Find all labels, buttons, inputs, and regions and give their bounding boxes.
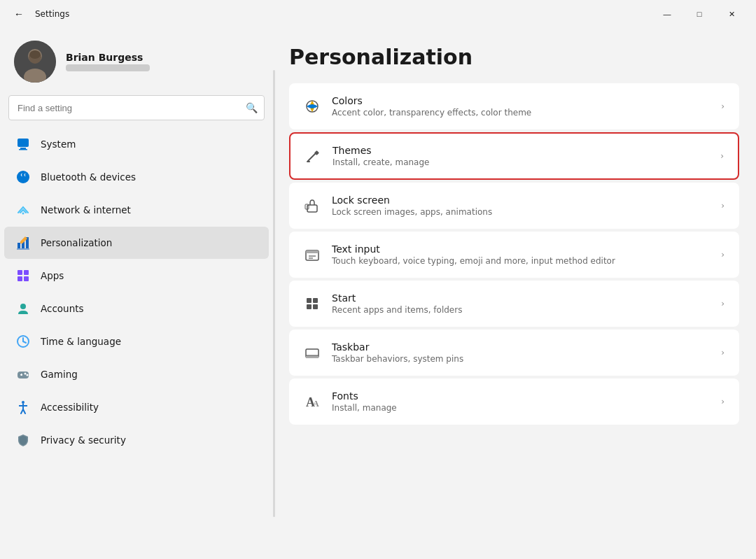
settings-item-textinput[interactable]: Text input Touch keyboard, voice typing,… [289, 232, 739, 278]
settings-item-taskbar[interactable]: Taskbar Taskbar behaviors, system pins › [289, 330, 739, 376]
taskbar-icon [304, 344, 321, 361]
sidebar-item-network[interactable]: Network & internet [4, 194, 269, 226]
search-box: 🔍 [8, 95, 265, 120]
accounts-icon [15, 301, 31, 316]
colors-label: Colors [332, 95, 710, 106]
content-area: Personalization Colors Accent color, tra… [275, 28, 756, 559]
lockscreen-desc: Lock screen images, apps, animations [332, 207, 710, 217]
main-layout: Brian Burgess 🔍 System [0, 28, 756, 559]
close-button[interactable]: ✕ [715, 3, 748, 25]
user-info: Brian Burgess [66, 52, 150, 71]
personalization-icon [15, 235, 31, 250]
svg-rect-43 [307, 298, 312, 303]
taskbar-desc: Taskbar behaviors, system pins [332, 354, 710, 364]
user-name: Brian Burgess [66, 52, 150, 63]
themes-icon [304, 148, 321, 164]
svg-rect-5 [18, 139, 29, 147]
textinput-label: Text input [332, 243, 710, 255]
sidebar: Brian Burgess 🔍 System [0, 28, 273, 559]
svg-point-10 [22, 213, 24, 215]
user-profile[interactable]: Brian Burgess [0, 28, 273, 95]
settings-item-start[interactable]: Start Recent apps and items, folders › [289, 281, 739, 327]
sidebar-item-gaming[interactable]: Gaming [4, 358, 269, 390]
sidebar-item-apps[interactable]: Apps [4, 260, 269, 292]
sidebar-item-time[interactable]: Time & language [4, 325, 269, 358]
taskbar-text: Taskbar Taskbar behaviors, system pins [332, 341, 710, 364]
svg-rect-6 [20, 148, 26, 149]
svg-rect-45 [307, 304, 312, 309]
textinput-chevron: › [721, 250, 724, 260]
svg-line-22 [23, 341, 26, 343]
svg-point-24 [24, 373, 27, 375]
themes-desc: Install, create, manage [332, 157, 709, 167]
maximize-button[interactable]: □ [683, 3, 715, 25]
sidebar-item-privacy-label: Privacy & security [41, 434, 126, 446]
titlebar: ← Settings — □ ✕ [0, 0, 756, 28]
fonts-label: Fonts [332, 390, 710, 402]
sidebar-item-bluetooth[interactable]: ʿʿ Bluetooth & devices [4, 161, 269, 193]
sidebar-item-accessibility[interactable]: Accessibility [4, 391, 269, 423]
svg-rect-27 [21, 374, 22, 376]
colors-desc: Accent color, transparency effects, colo… [332, 108, 710, 118]
svg-rect-40 [306, 250, 318, 253]
start-desc: Recent apps and items, folders [332, 305, 710, 315]
apps-icon [15, 268, 31, 283]
fonts-desc: Install, manage [332, 403, 710, 413]
system-icon [15, 136, 31, 152]
sidebar-item-network-label: Network & internet [41, 204, 131, 215]
colors-text: Colors Accent color, transparency effect… [332, 95, 710, 118]
lockscreen-text: Lock screen Lock screen images, apps, an… [332, 194, 710, 217]
sidebar-item-accounts[interactable]: Accounts [4, 292, 269, 325]
start-icon [304, 295, 321, 312]
svg-rect-46 [313, 304, 318, 309]
search-icon: 🔍 [246, 102, 258, 113]
fonts-text: Fonts Install, manage [332, 390, 710, 413]
textinput-desc: Touch keyboard, voice typing, emoji and … [332, 256, 710, 266]
bluetooth-icon: ʿʿ [15, 169, 31, 185]
search-input[interactable] [8, 95, 265, 120]
colors-icon [304, 98, 321, 115]
minimize-button[interactable]: — [651, 3, 683, 25]
sidebar-item-time-label: Time & language [41, 336, 121, 347]
gaming-icon [15, 367, 31, 382]
avatar [14, 41, 56, 83]
textinput-text: Text input Touch keyboard, voice typing,… [332, 243, 710, 266]
privacy-icon [15, 432, 31, 448]
svg-point-19 [20, 304, 26, 309]
settings-item-fonts[interactable]: A A Fonts Install, manage › [289, 378, 739, 425]
user-subtitle [66, 64, 150, 71]
time-icon [15, 334, 31, 349]
svg-text:ʿʿ: ʿʿ [20, 172, 27, 183]
svg-rect-7 [19, 149, 27, 150]
taskbar-chevron: › [721, 348, 724, 358]
titlebar-title: Settings [35, 9, 69, 19]
sidebar-item-system-label: System [41, 139, 76, 150]
svg-rect-11 [18, 243, 20, 248]
sidebar-item-personalization-label: Personalization [41, 237, 112, 248]
colors-chevron: › [721, 101, 724, 111]
settings-item-colors[interactable]: Colors Accent color, transparency effect… [289, 83, 739, 129]
nav-list: System ʿʿ Bluetooth & devices [0, 127, 273, 457]
sidebar-item-system[interactable]: System [4, 128, 269, 160]
svg-point-28 [22, 401, 24, 404]
lockscreen-label: Lock screen [332, 194, 710, 206]
sidebar-item-personalization[interactable]: Personalization [4, 227, 269, 259]
start-text: Start Recent apps and items, folders [332, 292, 710, 315]
lockscreen-icon [304, 197, 321, 214]
settings-item-themes[interactable]: Themes Install, create, manage › [289, 132, 739, 180]
sidebar-item-accessibility-label: Accessibility [41, 402, 99, 413]
themes-text: Themes Install, create, manage [332, 145, 709, 167]
settings-item-lockscreen[interactable]: Lock screen Lock screen images, apps, an… [289, 183, 739, 229]
settings-list: Colors Accent color, transparency effect… [289, 83, 739, 425]
start-chevron: › [721, 299, 724, 309]
fonts-chevron: › [721, 397, 724, 406]
taskbar-label: Taskbar [332, 341, 710, 353]
svg-rect-17 [18, 276, 22, 281]
svg-rect-44 [313, 298, 318, 303]
sidebar-item-bluetooth-label: Bluetooth & devices [41, 171, 136, 183]
themes-label: Themes [332, 145, 709, 156]
svg-rect-16 [24, 270, 29, 275]
svg-rect-15 [18, 270, 22, 275]
back-button[interactable]: ← [8, 3, 29, 24]
sidebar-item-privacy[interactable]: Privacy & security [4, 424, 269, 456]
